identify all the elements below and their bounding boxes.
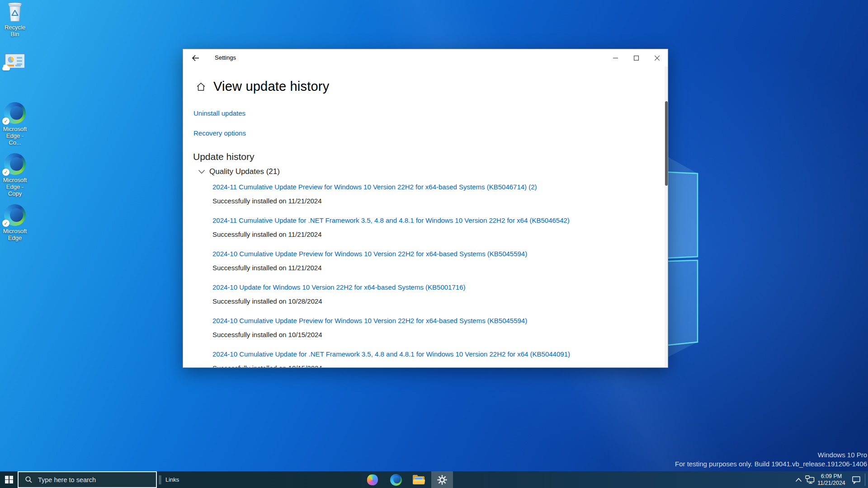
desktop-icon-label: Edge - Copy bbox=[6, 183, 24, 197]
taskbar-copilot-button[interactable] bbox=[362, 471, 383, 488]
titlebar[interactable]: Settings bbox=[183, 49, 668, 66]
onedrive-cloud-icon bbox=[2, 67, 10, 70]
window-title: Settings bbox=[215, 54, 236, 61]
recycle-bin-icon bbox=[6, 1, 24, 22]
minimize-icon bbox=[613, 56, 618, 61]
search-icon bbox=[25, 476, 33, 483]
desktop-icon-label: Microsoft bbox=[3, 177, 27, 183]
desktop-icon-edge-copy[interactable]: Microsoft Edge - Copy bbox=[0, 153, 30, 197]
recovery-options-link[interactable]: Recovery options bbox=[193, 129, 246, 137]
watermark-build: For testing purposes only. Build 19041.v… bbox=[675, 460, 867, 469]
show-desktop-button[interactable] bbox=[865, 474, 865, 486]
desktop-icon-label: Microsoft bbox=[3, 126, 27, 132]
search-input[interactable] bbox=[37, 476, 141, 484]
action-center-button[interactable] bbox=[849, 471, 863, 488]
clock-time: 6:09 PM bbox=[814, 473, 849, 480]
update-status: Successfully installed on 10/15/2024 bbox=[212, 331, 322, 338]
back-button[interactable] bbox=[189, 52, 202, 64]
taskbar-file-explorer-button[interactable] bbox=[408, 471, 429, 488]
toolbar-separator bbox=[160, 475, 161, 484]
sync-check-badge-icon bbox=[2, 220, 9, 227]
sync-check-badge-icon bbox=[2, 169, 9, 176]
taskbar: Links bbox=[0, 471, 868, 488]
update-link[interactable]: 2024-10 Cumulative Update for .NET Frame… bbox=[212, 350, 570, 358]
watermark-edition: Windows 10 Pro bbox=[675, 450, 867, 460]
links-toolbar[interactable]: Links bbox=[165, 476, 179, 483]
update-link[interactable]: 2024-10 Cumulative Update Preview for Wi… bbox=[212, 250, 527, 258]
start-button[interactable] bbox=[0, 471, 18, 488]
taskbar-search[interactable] bbox=[18, 471, 157, 488]
toolbar-separator bbox=[159, 475, 160, 484]
page-header: View update history bbox=[196, 79, 513, 94]
chevron-up-icon bbox=[795, 478, 802, 482]
scrollbar-thumb[interactable] bbox=[665, 101, 668, 186]
taskbar-settings-button-active[interactable] bbox=[431, 471, 453, 488]
desktop-icon-label: Microsoft bbox=[3, 228, 27, 235]
back-arrow-icon bbox=[192, 55, 199, 61]
page-title: View update history bbox=[213, 79, 329, 94]
close-icon bbox=[655, 56, 660, 61]
update-link[interactable]: 2024-10 Update for Windows 10 Version 22… bbox=[212, 283, 465, 291]
update-status: Successfully installed on 10/28/2024 bbox=[212, 297, 322, 305]
copilot-icon bbox=[367, 474, 378, 485]
taskbar-clock[interactable]: 6:09 PM 11/21/2024 bbox=[814, 473, 849, 487]
maximize-icon bbox=[634, 56, 639, 61]
desktop-icon-recycle-bin[interactable]: Recycle Bin bbox=[0, 1, 30, 38]
desktop-icon-edge[interactable]: Microsoft Edge bbox=[0, 204, 30, 241]
update-link[interactable]: 2024-10 Cumulative Update Preview for Wi… bbox=[212, 317, 527, 324]
settings-window: Settings View update history Uninstall u… bbox=[183, 49, 668, 368]
update-status: Successfully installed on 11/21/2024 bbox=[212, 264, 322, 272]
desktop: Recycle Bin Microsoft Edge - Co... Micro… bbox=[0, 0, 868, 488]
close-button[interactable] bbox=[646, 49, 667, 66]
clock-date: 11/21/2024 bbox=[814, 480, 849, 487]
maximize-button[interactable] bbox=[626, 49, 646, 66]
chevron-down-icon bbox=[198, 169, 205, 174]
settings-gear-icon bbox=[437, 475, 447, 485]
desktop-icon-label: Edge bbox=[8, 235, 22, 241]
update-status: Successfully installed on 10/15/2024 bbox=[212, 364, 322, 368]
update-link[interactable]: 2024-11 Cumulative Update for .NET Frame… bbox=[212, 216, 570, 224]
update-status: Successfully installed on 11/21/2024 bbox=[212, 230, 322, 238]
tray-show-hidden-icons[interactable] bbox=[792, 471, 805, 488]
file-explorer-icon bbox=[413, 475, 425, 484]
desktop-icon-edge-co[interactable]: Microsoft Edge - Co... bbox=[0, 102, 30, 146]
quality-updates-group[interactable]: Quality Updates (21) bbox=[198, 167, 280, 176]
windows-start-icon bbox=[5, 476, 13, 484]
windows-watermark: Windows 10 Pro For testing purposes only… bbox=[675, 450, 867, 469]
section-title: Update history bbox=[193, 151, 254, 162]
desktop-icon-control-panel[interactable] bbox=[0, 53, 30, 70]
taskbar-edge-button[interactable] bbox=[385, 471, 407, 488]
group-header: Quality Updates (21) bbox=[209, 167, 280, 176]
uninstall-updates-link[interactable]: Uninstall updates bbox=[193, 109, 245, 117]
edge-icon bbox=[390, 474, 402, 486]
update-status: Successfully installed on 11/21/2024 bbox=[212, 197, 322, 205]
home-icon bbox=[196, 82, 206, 91]
action-center-icon bbox=[852, 475, 861, 484]
update-link[interactable]: 2024-11 Cumulative Update Preview for Wi… bbox=[212, 183, 537, 191]
minimize-button[interactable] bbox=[605, 49, 626, 66]
desktop-icon-label: Edge - Co... bbox=[6, 132, 24, 146]
sync-check-badge-icon bbox=[2, 117, 9, 125]
desktop-icon-label: Recycle Bin bbox=[0, 24, 30, 38]
